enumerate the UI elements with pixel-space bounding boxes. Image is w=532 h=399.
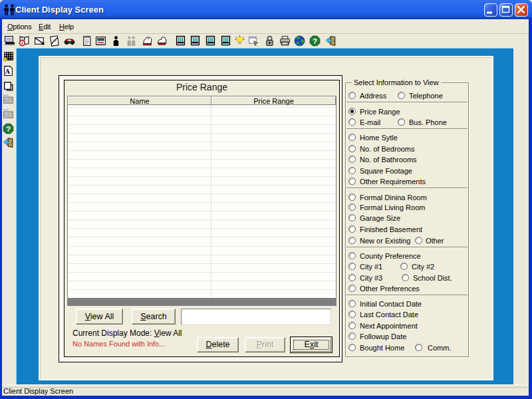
svg-text:?: ?: [313, 37, 317, 45]
svg-text:■▬■: ■▬■: [3, 94, 9, 96]
svg-text:A: A: [5, 67, 10, 74]
svg-text:■▬■: ■▬■: [3, 108, 9, 111]
svg-text:?: ?: [5, 124, 10, 133]
